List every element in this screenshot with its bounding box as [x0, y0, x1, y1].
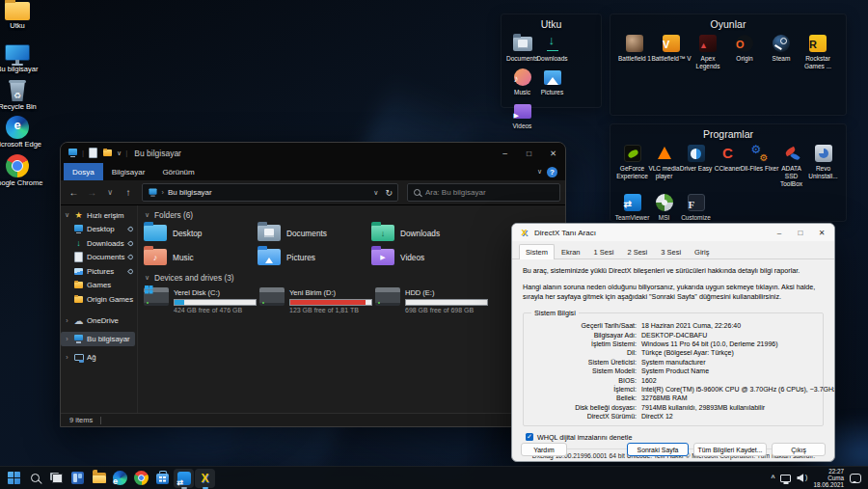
fence-item-apex-legends[interactable]: Apex Legends	[690, 34, 726, 70]
fence-item-videos[interactable]: Videos	[507, 101, 537, 130]
fence-item-steam[interactable]: Steam	[763, 34, 800, 70]
sidebar-item-this-pc[interactable]: ›Bu bilgisayar	[61, 332, 135, 346]
folder-tile-music[interactable]: Music	[144, 249, 258, 265]
fence-item-pictures[interactable]: Pictures	[537, 68, 567, 96]
sidebar-item-onedrive[interactable]: ›OneDrive	[61, 314, 137, 329]
address-dropdown-icon[interactable]: ∨	[373, 189, 378, 197]
desktop-icon-this-pc[interactable]: Bu bilgisayar	[0, 41, 47, 74]
new-folder-icon[interactable]	[102, 148, 113, 158]
folder-tile-desktop[interactable]: Desktop	[144, 225, 258, 241]
drive-tile-c[interactable]: Yerel Disk (C:) 424 GB free of 476 GB	[144, 287, 259, 313]
sidebar-item-downloads[interactable]: Downloads	[61, 236, 137, 251]
tab-ekran[interactable]: Ekran	[555, 244, 587, 259]
widgets-button[interactable]	[68, 469, 88, 488]
fence-item-dll-files-fixer[interactable]: Dll-Files Fixer	[744, 144, 775, 188]
recent-locations-icon[interactable]: ∨	[102, 188, 119, 197]
folder-tile-downloads[interactable]: Downloads	[371, 225, 485, 241]
taskbar-clock[interactable]: 22:27 Cuma 18.06.2021	[813, 468, 844, 488]
fence-item-vlc[interactable]: VLC media player	[648, 144, 680, 188]
fence-item-geforce-experience[interactable]: GeForce Experience	[616, 144, 648, 188]
exit-button[interactable]: Çıkış	[772, 443, 826, 456]
up-button[interactable]: ↑	[121, 187, 137, 198]
sidebar-item-games[interactable]: Games	[61, 279, 137, 293]
sidebar-item-network[interactable]: ›Ağ	[61, 351, 137, 366]
chevron-down-icon[interactable]: ∨	[117, 149, 122, 157]
fence-item-documents[interactable]: Documents	[507, 34, 537, 63]
folder-tile-videos[interactable]: Videos	[371, 249, 485, 265]
fence-item-origin[interactable]: Origin	[726, 34, 763, 70]
sidebar-item-quick-access[interactable]: ∨Hızlı erişim	[61, 208, 137, 223]
ribbon-collapse-icon[interactable]: ∨	[537, 168, 542, 176]
taskbar-file-explorer[interactable]	[89, 469, 109, 488]
tab-giris[interactable]: Giriş	[688, 244, 716, 259]
hidden-icons-chevron[interactable]: ^	[771, 475, 774, 481]
folders-group-header[interactable]: ∨Folders (6)	[144, 210, 565, 220]
fence-item-adata-ssd-toolbox[interactable]: ADATA SSD ToolBox	[775, 144, 807, 188]
task-view-button[interactable]	[46, 469, 67, 488]
dxdiag-titlebar[interactable]: DirectX Tanı Aracı	[512, 224, 834, 241]
chevron-down-icon[interactable]: ∨	[144, 211, 150, 219]
tab-2-sesi[interactable]: 2 Sesi	[620, 244, 654, 259]
sidebar-item-origin-games[interactable]: Origin Games	[61, 292, 137, 307]
notifications-icon[interactable]	[850, 474, 861, 483]
desktop-icon-chrome[interactable]: Google Chrome	[0, 154, 47, 188]
fence-title[interactable]: Utku	[502, 14, 601, 33]
next-page-button[interactable]: Sonraki Sayfa	[627, 443, 689, 456]
fence-item-rockstar-games[interactable]: Rockstar Games ...	[800, 34, 836, 70]
fence-item-downloads[interactable]: Downloads	[537, 34, 567, 63]
drive-tile-d[interactable]: Yeni Birim (D:) 123 GB free of 1,81 TB	[259, 287, 375, 313]
close-button[interactable]	[811, 224, 832, 241]
sidebar-item-desktop[interactable]: Desktop	[61, 223, 137, 237]
address-bar[interactable]: › Bu bilgisayar ∨	[142, 183, 398, 202]
help-icon[interactable]	[547, 167, 557, 177]
sidebar-item-documents[interactable]: Documents	[61, 251, 137, 265]
start-button[interactable]	[4, 469, 24, 488]
taskbar-edge[interactable]	[110, 469, 130, 488]
chevron-right-icon[interactable]: ›	[64, 317, 70, 324]
desktop-icon-edge[interactable]: Microsoft Edge	[0, 116, 47, 149]
taskbar-search-button[interactable]	[25, 469, 45, 488]
help-button[interactable]: Yardım	[521, 443, 567, 456]
refresh-icon[interactable]	[385, 188, 393, 198]
properties-icon[interactable]	[88, 148, 98, 158]
ribbon-tab-bilgisayar[interactable]: Bilgisayar	[103, 163, 154, 180]
minimize-button[interactable]	[493, 143, 517, 163]
breadcrumb[interactable]: Bu bilgisayar	[168, 188, 212, 197]
drive-tile-e[interactable]: HDD (E:) 698 GB free of 698 GB	[375, 287, 491, 313]
fence-item-music[interactable]: Music	[507, 68, 537, 96]
tab-1-sesi[interactable]: 1 Sesi	[587, 244, 621, 259]
fence-item-ccleaner[interactable]: CCleaner	[712, 144, 744, 188]
network-icon[interactable]	[780, 475, 791, 482]
fence-title[interactable]: Oyunlar	[610, 14, 846, 33]
minimize-button[interactable]	[769, 224, 790, 241]
fence-item-driver-easy[interactable]: Driver Easy	[680, 144, 712, 188]
drives-group-header[interactable]: ∨Devices and drives (3)	[144, 273, 565, 283]
checkbox-checked-icon[interactable]	[526, 433, 533, 441]
volume-icon[interactable]	[797, 474, 807, 482]
fence-title[interactable]: Programlar	[610, 124, 846, 143]
desktop-icon-recycle-bin[interactable]: Recycle Bin	[0, 79, 47, 112]
taskbar-teamviewer[interactable]	[174, 469, 194, 488]
sidebar-item-pictures[interactable]: Pictures	[61, 264, 137, 279]
explorer-titlebar[interactable]: | ∨ | Bu bilgisayar	[61, 143, 565, 163]
maximize-button[interactable]	[790, 224, 811, 241]
folder-tile-documents[interactable]: Documents	[258, 225, 371, 241]
save-all-info-button[interactable]: Tüm Bilgileri Kaydet...	[693, 443, 767, 456]
ribbon-tab-gorunum[interactable]: Görünüm	[153, 163, 203, 180]
chevron-right-icon[interactable]: ›	[64, 336, 70, 342]
chevron-down-icon[interactable]: ∨	[144, 274, 150, 282]
tab-sistem[interactable]: Sistem	[519, 244, 555, 259]
ribbon-tab-dosya[interactable]: Dosya	[64, 163, 103, 180]
close-button[interactable]	[541, 143, 565, 163]
desktop-icon-utku[interactable]: Utku	[0, 2, 47, 31]
chevron-down-icon[interactable]: ∨	[64, 211, 70, 219]
whql-checkbox-row[interactable]: WHQL dijital imzalarını denetle	[526, 433, 824, 442]
taskbar-microsoft-store[interactable]	[152, 469, 173, 488]
search-input[interactable]: Ara: Bu bilgisayar	[407, 183, 560, 202]
fence-item-battlefield-v[interactable]: Battlefield™ V	[653, 34, 690, 70]
back-button[interactable]: ←	[66, 187, 82, 198]
maximize-button[interactable]	[517, 143, 541, 163]
tab-3-sesi[interactable]: 3 Sesi	[654, 244, 688, 259]
fence-item-revo-uninstaller[interactable]: Revo Uninstall...	[807, 144, 839, 188]
fence-item-battlefield-1[interactable]: Battlefield 1	[616, 34, 653, 70]
